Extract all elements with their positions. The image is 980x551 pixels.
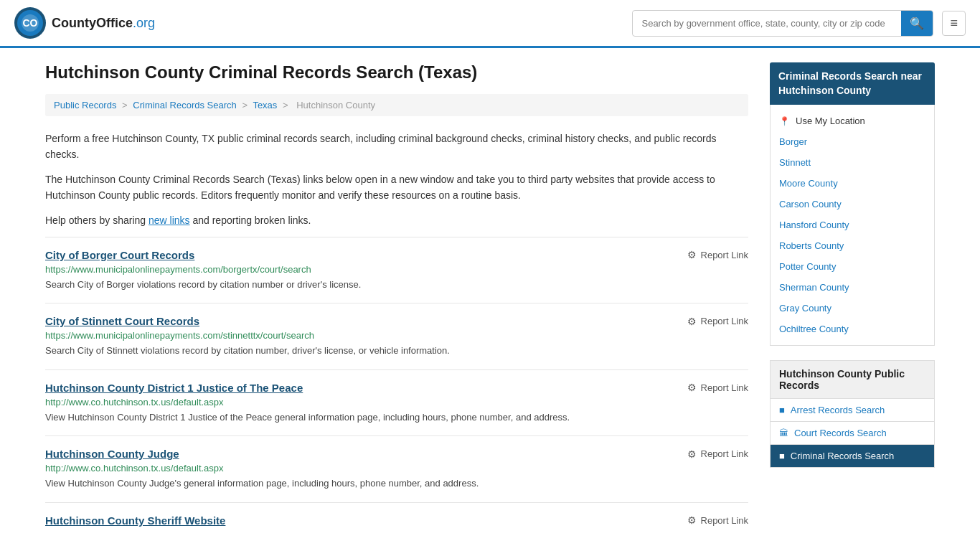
desc-para1: Perform a free Hutchinson County, TX pub… <box>45 131 748 163</box>
record-desc-stinnett-court: Search City of Stinnett violations recor… <box>45 344 748 358</box>
report-link-sheriff[interactable]: ⚙ Report Link <box>687 514 748 526</box>
breadcrumb: Public Records > Criminal Records Search… <box>45 94 748 116</box>
svg-text:CO: CO <box>23 17 38 29</box>
search-bar: 🔍 <box>632 10 933 37</box>
page-title: Hutchinson County Criminal Records Searc… <box>45 62 748 83</box>
record-title-stinnett-court[interactable]: City of Stinnett Court Records <box>45 315 199 327</box>
breadcrumb-public-records[interactable]: Public Records <box>54 100 116 110</box>
desc-para3: Help others by sharing new links and rep… <box>45 212 748 228</box>
sidebar-nearby-item-1[interactable]: Stinnett <box>771 152 934 173</box>
record-item-county-judge: Hutchinson County Judge ⚙ Report Link ht… <box>45 435 748 502</box>
public-record-item-1[interactable]: 🏛Court Records Search <box>770 422 935 445</box>
record-url-borger-court[interactable]: https://www.municipalonlinepayments.com/… <box>45 264 748 275</box>
record-url-stinnett-court[interactable]: https://www.municipalonlinepayments.com/… <box>45 330 748 341</box>
sidebar-nearby-item-5[interactable]: Roberts County <box>771 235 934 256</box>
record-desc-borger-court: Search City of Borger violations record … <box>45 278 748 292</box>
record-desc-district1-justice: View Hutchinson County District 1 Justic… <box>45 410 748 425</box>
record-title-borger-court[interactable]: City of Borger Court Records <box>45 249 194 261</box>
record-url-county-judge[interactable]: http://www.co.hutchinson.tx.us/default.a… <box>45 463 748 474</box>
breadcrumb-current: Hutchinson County <box>296 100 375 110</box>
report-link-district1-justice[interactable]: ⚙ Report Link <box>687 382 748 393</box>
record-item-borger-court: City of Borger Court Records ⚙ Report Li… <box>45 237 748 303</box>
report-icon-county-judge: ⚙ <box>687 448 697 460</box>
record-item-district1-justice: Hutchinson County District 1 Justice of … <box>45 369 748 436</box>
sidebar-nearby-item-6[interactable]: Potter County <box>771 256 934 277</box>
report-link-stinnett-court[interactable]: ⚙ Report Link <box>687 316 748 327</box>
sidebar-nearby-item-2[interactable]: Moore County <box>771 173 934 194</box>
breadcrumb-criminal-records[interactable]: Criminal Records Search <box>133 100 237 110</box>
use-my-location[interactable]: 📍 Use My Location <box>771 110 934 131</box>
sidebar-nearby-item-8[interactable]: Gray County <box>771 298 934 319</box>
pub-icon-1: 🏛 <box>779 428 788 438</box>
breadcrumb-texas[interactable]: Texas <box>253 100 277 110</box>
search-input[interactable] <box>633 12 901 34</box>
content-area: Hutchinson County Criminal Records Searc… <box>45 62 748 541</box>
sidebar-nearby-item-4[interactable]: Hansford County <box>771 215 934 235</box>
sidebar-nearby-body: 📍 Use My Location BorgerStinnettMoore Co… <box>770 105 935 346</box>
desc-para2: The Hutchinson County Criminal Records S… <box>45 171 748 204</box>
public-record-item-0[interactable]: ■Arrest Records Search <box>770 399 935 422</box>
sidebar-nearby-section: Criminal Records Search near Hutchinson … <box>770 62 935 346</box>
record-url-district1-justice[interactable]: http://www.co.hutchinson.tx.us/default.a… <box>45 397 748 408</box>
new-links-link[interactable]: new links <box>149 215 190 226</box>
sidebar-nearby-header: Criminal Records Search near Hutchinson … <box>770 62 935 105</box>
public-record-item-2[interactable]: ■Criminal Records Search <box>770 445 935 468</box>
logo-text: CountyOffice.org <box>52 16 155 31</box>
public-records-list: ■Arrest Records Search🏛Court Records Sea… <box>770 399 935 468</box>
sidebar-public-records-section: Hutchinson County Public Records ■Arrest… <box>770 360 935 468</box>
logo-icon: CO <box>14 7 46 39</box>
records-list: City of Borger Court Records ⚙ Report Li… <box>45 237 748 541</box>
record-item-sheriff: Hutchinson County Sheriff Website ⚙ Repo… <box>45 502 748 541</box>
main-container: Hutchinson County Criminal Records Searc… <box>24 48 956 551</box>
record-title-district1-justice[interactable]: Hutchinson County District 1 Justice of … <box>45 382 303 394</box>
sidebar-nearby-item-3[interactable]: Carson County <box>771 194 934 215</box>
nearby-items: BorgerStinnettMoore CountyCarson CountyH… <box>771 131 934 339</box>
record-title-sheriff[interactable]: Hutchinson County Sheriff Website <box>45 514 225 527</box>
report-link-county-judge[interactable]: ⚙ Report Link <box>687 448 748 460</box>
search-button[interactable]: 🔍 <box>901 11 933 36</box>
sidebar-public-header: Hutchinson County Public Records <box>770 360 935 399</box>
sidebar: Criminal Records Search near Hutchinson … <box>770 62 935 541</box>
report-link-borger-court[interactable]: ⚙ Report Link <box>687 249 748 260</box>
menu-button[interactable]: ≡ <box>942 11 966 36</box>
report-icon-district1-justice: ⚙ <box>687 382 697 393</box>
pub-icon-0: ■ <box>779 405 785 415</box>
record-title-county-judge[interactable]: Hutchinson County Judge <box>45 448 179 460</box>
report-icon-sheriff: ⚙ <box>687 514 697 526</box>
report-icon-borger-court: ⚙ <box>687 249 697 260</box>
sidebar-nearby-item-9[interactable]: Ochiltree County <box>771 319 934 339</box>
record-item-stinnett-court: City of Stinnett Court Records ⚙ Report … <box>45 303 748 369</box>
location-pin-icon: 📍 <box>779 116 790 126</box>
record-desc-county-judge: View Hutchinson County Judge's general i… <box>45 476 748 491</box>
logo-area[interactable]: CO CountyOffice.org <box>14 7 155 39</box>
header-controls: 🔍 ≡ <box>632 10 966 37</box>
site-header: CO CountyOffice.org 🔍 ≡ <box>0 0 980 48</box>
sidebar-nearby-item-7[interactable]: Sherman County <box>771 277 934 298</box>
report-icon-stinnett-court: ⚙ <box>687 316 697 327</box>
sidebar-nearby-item-0[interactable]: Borger <box>771 131 934 152</box>
pub-icon-2: ■ <box>779 451 785 461</box>
